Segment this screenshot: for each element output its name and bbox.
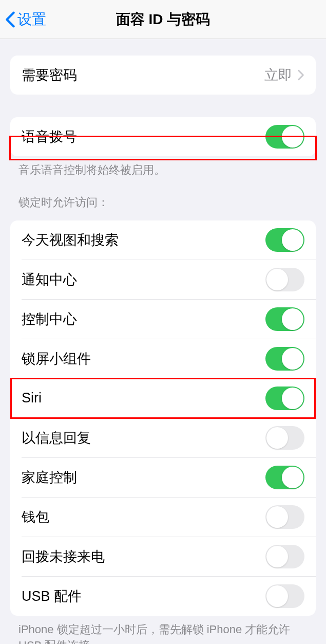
lock-access-footer: iPhone 锁定超过一小时后，需先解锁 iPhone 才能允许 USB 配件连… [0,616,326,644]
lock-access-label-reply: 以信息回复 [22,429,91,447]
require-passcode-row[interactable]: 需要密码 立即 [10,56,316,95]
voice-dial-group: 语音拨号 [10,117,316,156]
lock-access-label-usb: USB 配件 [22,587,82,605]
lock-access-toggle-wallet[interactable] [265,505,304,529]
lock-access-label-callback: 回拨未接来电 [22,547,105,566]
lock-access-toggle-siri[interactable] [265,387,304,410]
lock-access-row-home: 家庭控制 [10,458,316,497]
lock-access-toggle-today[interactable] [265,228,304,252]
lock-access-row-usb: USB 配件 [10,577,316,616]
require-passcode-value: 立即 [264,66,292,84]
lock-access-toggle-reply[interactable] [265,426,304,450]
require-passcode-group: 需要密码 立即 [10,56,316,95]
lock-access-label-control: 控制中心 [22,310,77,328]
lock-access-toggle-control[interactable] [265,307,304,331]
lock-access-toggle-widgets[interactable] [265,347,304,371]
chevron-right-icon [297,69,304,81]
lock-access-row-siri: Siri [10,379,316,418]
lock-access-row-reply: 以信息回复 [10,418,316,457]
lock-access-label-wallet: 钱包 [22,508,49,526]
lock-access-row-notification: 通知中心 [10,260,316,299]
back-button[interactable]: 设置 [5,10,46,29]
lock-access-label-widgets: 锁屏小组件 [22,349,91,368]
lock-access-label-notification: 通知中心 [22,270,77,289]
lock-access-row-control: 控制中心 [10,300,316,339]
lock-access-row-widgets: 锁屏小组件 [10,339,316,378]
lock-access-label-siri: Siri [22,390,42,406]
voice-dial-row: 语音拨号 [10,117,316,156]
voice-dial-footer: 音乐语音控制将始终被启用。 [0,156,326,178]
voice-dial-label: 语音拨号 [22,127,77,146]
content-area: 需要密码 立即 语音拨号 音乐语音控制将始终被启用。 锁定时允许访问： [0,56,326,644]
lock-access-toggle-usb[interactable] [265,584,304,608]
lock-access-label-today: 今天视图和搜索 [22,231,119,249]
lock-access-row-today: 今天视图和搜索 [10,220,316,260]
voice-dial-toggle[interactable] [265,125,304,149]
page-title: 面容 ID 与密码 [116,10,210,29]
lock-access-row-wallet: 钱包 [10,498,316,537]
lock-access-group: 今天视图和搜索通知中心控制中心锁屏小组件Siri以信息回复家庭控制钱包回拨未接来… [10,220,316,616]
require-passcode-label: 需要密码 [22,66,77,84]
lock-access-row-callback: 回拨未接来电 [10,537,316,576]
lock-access-toggle-notification[interactable] [265,268,304,291]
lock-access-header: 锁定时允许访问： [0,195,326,215]
navigation-bar: 设置 面容 ID 与密码 [0,0,326,39]
lock-access-label-home: 家庭控制 [22,468,77,487]
chevron-left-icon [5,11,15,28]
lock-access-toggle-home[interactable] [265,466,304,489]
back-label: 设置 [17,10,46,29]
lock-access-toggle-callback[interactable] [265,545,304,568]
